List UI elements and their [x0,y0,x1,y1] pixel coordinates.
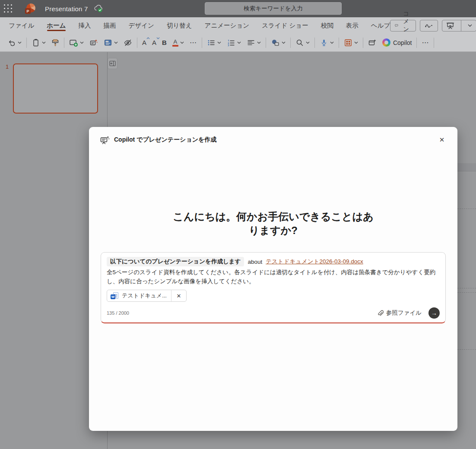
slide-thumbnail[interactable] [13,63,98,114]
reference-files-button[interactable]: 参照ファイル [376,309,422,317]
microphone-icon [320,38,328,47]
comment-icon [395,22,398,29]
present-button[interactable] [442,20,458,31]
font-color-icon: A [172,39,178,47]
bullets-button[interactable] [205,37,223,48]
menu-draw[interactable]: 描画 [104,17,116,34]
chevron-down-icon[interactable] [18,41,22,44]
chevron-down-icon[interactable] [257,41,261,44]
chevron-down-icon [468,24,472,27]
layout-icon [104,38,112,47]
chevron-down-icon[interactable] [42,41,46,44]
menu-home[interactable]: ホーム [47,17,66,34]
dialog-title: Copilot でプレゼンテーションを作成 [114,136,216,144]
font-color-button[interactable]: A [170,38,186,48]
shapes-button[interactable] [269,37,288,48]
menu-view[interactable]: 表示 [346,17,359,34]
referenced-file-link[interactable]: テストドキュメント2026-03-09.docx [266,258,363,266]
chevron-down-icon[interactable] [180,41,184,44]
prompt-input-card[interactable]: 以下についてのプレゼンテーションを作成します about テストドキュメント20… [101,252,446,323]
search-input[interactable] [205,2,342,15]
more-font-options-button[interactable]: ⋯ [187,37,199,48]
grid-icon [344,38,352,47]
present-dropdown[interactable] [464,20,476,31]
decrease-font-button[interactable]: A [150,38,159,47]
reuse-slides-icon [89,38,98,47]
hide-slide-button[interactable] [121,37,134,48]
prompt-text[interactable]: 全5ページのスライド資料を作成してください。各スライドには適切なタイトルを付け、… [107,268,440,286]
present-screen-icon [446,22,454,29]
slide-sorter-button[interactable] [342,37,360,48]
chevron-down-icon[interactable] [354,41,358,44]
format-painter-icon [51,38,59,47]
attachment-name: テストドキュメ... [118,292,171,300]
document-title[interactable]: Presentation 7 [45,5,88,13]
search-icon [295,38,304,47]
dictate-button[interactable] [317,37,336,48]
menu-help[interactable]: ヘルプ [371,17,390,34]
bold-button[interactable]: B [160,38,169,47]
powerpoint-logo-letter: P [25,8,31,14]
copilot-label: Copilot [393,39,412,46]
format-painter-button[interactable] [49,37,61,48]
menu-slideshow[interactable]: スライド ショー [262,17,308,34]
remove-attachment-button[interactable]: ✕ [171,290,186,301]
menu-bar: ファイル ホーム 挿入 描画 デザイン 切り替え アニメーション スライド ショ… [0,17,476,34]
ink-squiggle-icon [425,22,433,28]
new-slide-icon [69,38,78,47]
slide-layout-button[interactable] [102,37,120,48]
menu-file[interactable]: ファイル [9,17,34,34]
chevron-down-icon[interactable] [237,41,241,44]
prompt-type-badge: 以下についてのプレゼンテーションを作成します [107,257,244,266]
chevron-down-icon[interactable] [330,41,334,44]
chevron-down-icon[interactable] [282,41,286,44]
app-launcher-button[interactable] [3,4,13,13]
menu-animations[interactable]: アニメーション [205,17,250,34]
copilot-button[interactable]: Copilot [380,37,414,48]
prompt-first-line: 以下についてのプレゼンテーションを作成します about テストドキュメント20… [107,257,440,266]
copilot-icon [382,38,390,47]
attachment-chip[interactable]: W テストドキュメ... ✕ [107,290,187,302]
menu-insert[interactable]: 挿入 [79,17,91,34]
bullet-list-icon [207,38,216,47]
menu-design[interactable]: デザイン [129,17,154,34]
undo-button[interactable] [5,37,24,48]
chevron-down-icon[interactable] [306,41,310,44]
close-button[interactable]: ✕ [436,134,448,146]
chevron-down-icon[interactable] [217,41,221,44]
prompt-footer: 135 / 2000 参照ファイル → [107,307,440,319]
create-presentation-icon [100,136,110,145]
reference-files-label: 参照ファイル [386,309,422,317]
word-file-icon: W [111,292,118,299]
numbering-button[interactable] [225,37,243,48]
ribbon-overflow-button[interactable]: ⋯ [419,37,431,48]
save-status-icon [93,4,104,13]
slide-number: 1 [6,63,9,70]
increase-font-button[interactable]: A [140,38,149,47]
chevron-down-icon[interactable] [80,41,84,44]
find-button[interactable] [293,37,312,48]
menu-review[interactable]: 校閲 [321,17,333,34]
menu-transitions[interactable]: 切り替え [167,17,192,34]
caret-up-icon [146,37,150,39]
copilot-dialog: Copilot でプレゼンテーションを作成 ✕ こんにちは。何かお手伝いできるこ… [89,127,457,431]
dialog-header: Copilot でプレゼンテーションを作成 ✕ [100,132,448,148]
caret-down-icon [156,37,160,39]
align-button[interactable] [244,37,263,48]
paste-button[interactable] [29,37,48,48]
align-text-icon [247,38,255,47]
new-slide-button[interactable] [67,37,86,48]
undo-icon [7,38,16,47]
submit-button[interactable]: → [428,307,440,319]
about-text: about [248,259,262,265]
designer-button[interactable] [366,37,379,48]
reuse-slides-button[interactable] [87,37,100,48]
comments-button[interactable]: コメント [390,20,416,32]
present-split-button[interactable] [442,20,476,32]
chevron-down-icon[interactable] [114,41,118,44]
clipboard-icon [32,38,40,47]
ribbon-toolbar: A A B A ⋯ [0,34,476,52]
char-count: 135 / 2000 [107,310,129,316]
powerpoint-icon[interactable]: P [25,3,35,14]
editing-mode-button[interactable] [420,20,438,32]
